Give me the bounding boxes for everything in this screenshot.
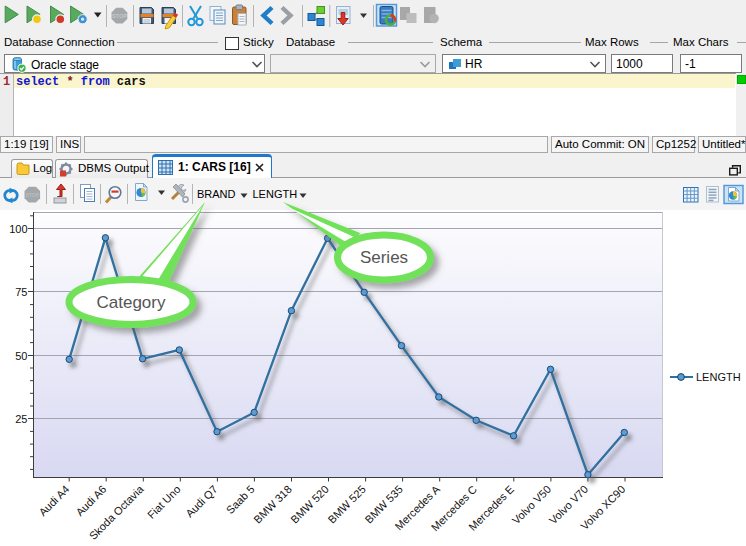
svg-text:Audi Q7: Audi Q7 bbox=[183, 483, 220, 520]
svg-text:Audi A4: Audi A4 bbox=[36, 483, 71, 518]
svg-text:100: 100 bbox=[9, 223, 27, 235]
svg-text:75: 75 bbox=[15, 286, 27, 298]
svg-text:STOP: STOP bbox=[26, 192, 40, 198]
svg-text:BMW 318: BMW 318 bbox=[251, 483, 294, 526]
svg-text:LENGTH: LENGTH bbox=[696, 371, 741, 383]
svg-text:Fiat Uno: Fiat Uno bbox=[145, 483, 183, 521]
svg-text:50: 50 bbox=[15, 350, 27, 362]
svg-text:Volvo V50: Volvo V50 bbox=[510, 483, 554, 527]
svg-text:BRAND: BRAND bbox=[197, 188, 236, 200]
svg-text:STOP: STOP bbox=[112, 13, 127, 19]
svg-text:Audi A6: Audi A6 bbox=[73, 483, 108, 518]
svg-text:Saab 5: Saab 5 bbox=[224, 483, 257, 516]
svg-text:LENGTH: LENGTH bbox=[253, 188, 298, 200]
svg-text:BMW 525: BMW 525 bbox=[325, 483, 368, 526]
svg-text:25: 25 bbox=[15, 413, 27, 425]
svg-text:BMW 520: BMW 520 bbox=[288, 483, 331, 526]
